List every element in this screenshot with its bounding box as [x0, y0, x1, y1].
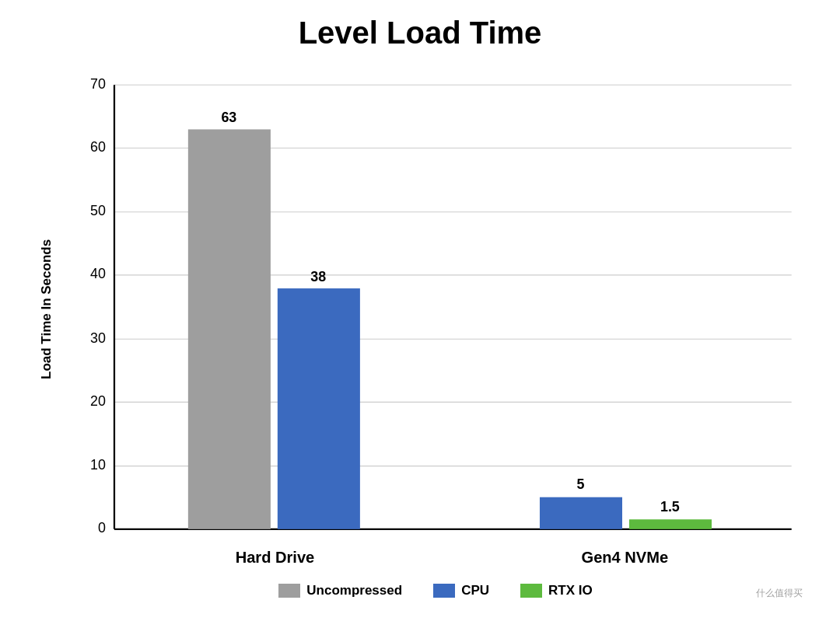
legend: Uncompressed CPU RTX IO [62, 583, 809, 598]
chart-inner: 0 10 20 30 40 50 60 70 [62, 58, 809, 606]
svg-text:1.5: 1.5 [660, 498, 680, 514]
legend-color-cpu [433, 584, 455, 598]
grid-and-bars: 0 10 20 30 40 50 60 70 [62, 58, 809, 574]
svg-text:Hard Drive: Hard Drive [236, 549, 315, 566]
legend-label-cpu: CPU [461, 583, 489, 598]
chart-area: Load Time In Seconds 0 [31, 58, 809, 606]
svg-text:20: 20 [90, 392, 106, 408]
bar-hdd-uncompressed [188, 129, 271, 529]
svg-text:40: 40 [90, 266, 106, 281]
y-axis-label: Load Time In Seconds [31, 58, 62, 560]
bar-nvme-rtxio [629, 519, 712, 529]
legend-color-uncompressed [278, 584, 300, 598]
svg-text:30: 30 [90, 330, 106, 345]
legend-item-uncompressed: Uncompressed [278, 583, 402, 598]
svg-text:38: 38 [310, 268, 326, 284]
bar-hdd-cpu [278, 288, 360, 529]
chart-title: Level Load Time [299, 16, 542, 51]
legend-item-rtxio: RTX IO [520, 583, 593, 598]
chart-svg: 0 10 20 30 40 50 60 70 [62, 58, 809, 574]
svg-text:70: 70 [90, 75, 106, 91]
svg-text:50: 50 [90, 203, 106, 218]
legend-label-uncompressed: Uncompressed [306, 583, 402, 598]
svg-text:0: 0 [98, 520, 106, 536]
svg-text:Gen4 NVMe: Gen4 NVMe [582, 549, 669, 566]
svg-text:5: 5 [576, 476, 584, 492]
watermark: 什么值得买 [756, 587, 803, 600]
chart-container: Level Load Time Load Time In Seconds [31, 16, 809, 606]
legend-item-cpu: CPU [433, 583, 489, 598]
legend-label-rtxio: RTX IO [548, 583, 593, 598]
svg-text:10: 10 [90, 457, 106, 473]
legend-color-rtxio [520, 584, 542, 598]
svg-text:60: 60 [90, 138, 106, 154]
svg-text:63: 63 [221, 110, 236, 125]
bar-nvme-cpu [540, 497, 622, 529]
